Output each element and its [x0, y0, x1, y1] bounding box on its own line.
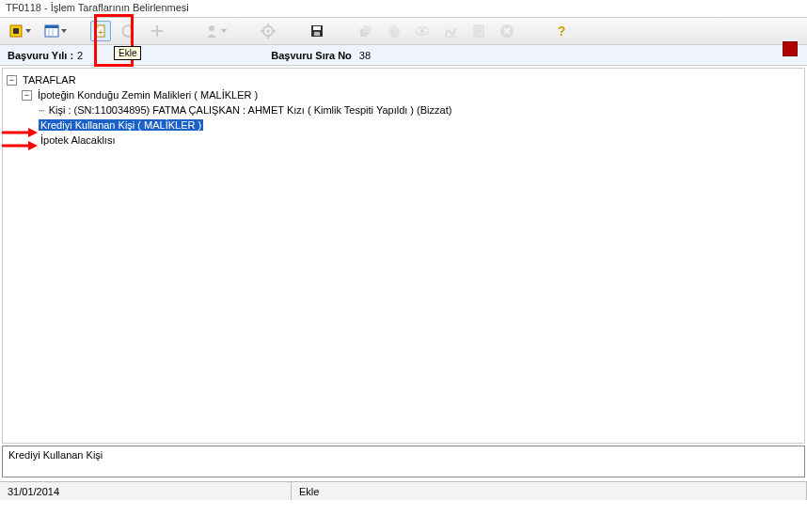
svg-point-24	[420, 29, 424, 33]
tree-label: TARAFLAR	[21, 74, 78, 86]
add-button[interactable]: +	[90, 21, 111, 41]
svg-point-22	[393, 30, 395, 34]
chevron-down-icon	[25, 29, 31, 33]
tree-label: Kişi : (SN:110034895) FATMA ÇALIŞKAN : A…	[47, 104, 454, 116]
svg-rect-3	[45, 25, 58, 28]
tree-label: Krediyi Kullanan Kişi ( MALİKLER )	[39, 119, 203, 131]
tree-node-malikler[interactable]: − İpoteğin Konduğu Zemin Malikleri ( MAL…	[5, 87, 802, 102]
svg-text:?: ?	[558, 23, 566, 39]
svg-point-21	[391, 28, 397, 36]
collapse-icon[interactable]: −	[22, 90, 32, 101]
add-tooltip: Ekle	[114, 46, 141, 60]
tree-node-kredi-kullanan[interactable]: Krediyi Kullanan Kişi ( MALİKLER )	[5, 117, 802, 133]
svg-point-10	[209, 25, 214, 31]
basvuru-yili-label: Başvuru Yılı :	[8, 50, 73, 61]
tree-leaf-icon: ⋯	[39, 104, 44, 117]
status-mode: Ekle	[292, 482, 807, 500]
plus-button	[147, 21, 167, 41]
report-button	[468, 21, 489, 41]
svg-rect-19	[314, 32, 320, 36]
help-button[interactable]: ?	[551, 21, 572, 41]
window-title: TF0118 - İşlem Taraflarının Belirlenmesi	[0, 0, 807, 17]
tree-root[interactable]: − TARAFLAR	[5, 72, 802, 87]
basvuru-sirano-label: Başvuru Sıra No	[271, 50, 352, 61]
collapse-icon[interactable]: −	[7, 75, 17, 86]
chevron-down-icon	[61, 29, 67, 33]
settings-button	[258, 21, 278, 41]
basvuru-yili-value: 2	[77, 50, 83, 61]
exit-indicator[interactable]	[783, 41, 798, 56]
home-dropdown-button[interactable]	[6, 21, 34, 41]
calendar-dropdown-button[interactable]	[41, 21, 70, 41]
svg-rect-1	[13, 28, 19, 34]
view-button	[412, 21, 433, 41]
basvuru-sirano-value: 38	[359, 50, 371, 61]
chevron-down-icon	[221, 29, 227, 33]
svg-text:+: +	[98, 27, 103, 38]
undo-button	[119, 21, 139, 41]
toolbar: + ?	[0, 17, 807, 45]
sign-button	[440, 21, 461, 41]
svg-rect-9	[151, 30, 163, 32]
person-dropdown-button	[201, 21, 229, 41]
tree-view[interactable]: − TARAFLAR − İpoteğin Konduğu Zemin Mali…	[2, 68, 805, 444]
tree-label: İpotek Alacaklısı	[39, 134, 118, 146]
selection-description-input[interactable]	[2, 446, 805, 477]
tree-label: İpoteğin Konduğu Zemin Malikleri ( MALİK…	[36, 89, 260, 101]
tree-node-ipotek-alacaklisi[interactable]: İpotek Alacaklısı	[5, 133, 802, 148]
fingerprint-button	[384, 21, 404, 41]
close-button	[497, 21, 517, 41]
tree-node-kisi[interactable]: ⋯ Kişi : (SN:110034895) FATMA ÇALIŞKAN :…	[5, 102, 802, 117]
svg-point-12	[267, 30, 270, 33]
status-bar: 31/01/2014 Ekle	[0, 481, 807, 500]
status-date: 31/01/2014	[0, 482, 292, 500]
save-button[interactable]	[307, 21, 327, 41]
svg-rect-18	[313, 26, 321, 30]
tags-button	[356, 21, 376, 41]
